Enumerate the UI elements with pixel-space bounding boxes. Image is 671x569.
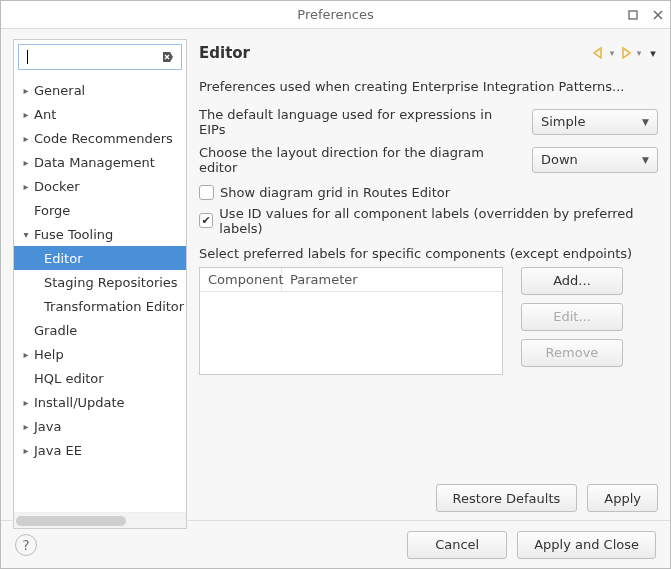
tree-item-label: Help	[34, 347, 64, 362]
tree-item-label: Gradle	[34, 323, 77, 338]
language-label: The default language used for expression…	[199, 107, 522, 137]
chevron-right-icon[interactable]: ▸	[18, 421, 34, 432]
close-icon[interactable]	[651, 9, 664, 22]
add-button[interactable]: Add...	[521, 267, 623, 295]
tree-item-gradle[interactable]: Gradle	[14, 318, 186, 342]
chevron-right-icon[interactable]: ▸	[18, 85, 34, 96]
language-combo[interactable]: Simple▼	[532, 109, 658, 135]
maximize-icon[interactable]	[626, 9, 639, 22]
filter-input[interactable]	[18, 44, 182, 70]
tree-item-label: Ant	[34, 107, 56, 122]
remove-button[interactable]: Remove	[521, 339, 623, 367]
column-component[interactable]: Component	[200, 268, 282, 291]
chevron-down-icon: ▼	[642, 155, 649, 165]
forward-icon[interactable]	[617, 45, 634, 62]
clear-icon[interactable]	[161, 50, 175, 64]
svg-rect-0	[629, 11, 637, 19]
tree-item-general[interactable]: ▸General	[14, 78, 186, 102]
preferred-labels-label: Select preferred labels for specific com…	[199, 246, 658, 261]
preferences-window: Preferences ▸General▸Ant▸Code Recomme	[0, 0, 671, 569]
layout-label: Choose the layout direction for the diag…	[199, 145, 522, 175]
preferred-labels-table[interactable]: Component Parameter	[199, 267, 503, 375]
sidebar: ▸General▸Ant▸Code Recommenders▸Data Mana…	[13, 39, 187, 529]
show-grid-label: Show diagram grid in Routes Editor	[220, 185, 450, 200]
forward-menu-icon[interactable]: ▾	[634, 45, 644, 62]
chevron-right-icon[interactable]: ▸	[18, 397, 34, 408]
tree-item-label: Install/Update	[34, 395, 125, 410]
titlebar: Preferences	[1, 1, 670, 29]
column-parameter[interactable]: Parameter	[282, 268, 502, 291]
edit-button[interactable]: Edit...	[521, 303, 623, 331]
page-description: Preferences used when creating Enterpris…	[199, 77, 658, 97]
chevron-right-icon[interactable]: ▸	[18, 181, 34, 192]
tree-item-label: Transformation Editor	[34, 299, 184, 314]
back-icon[interactable]	[590, 45, 607, 62]
cancel-button[interactable]: Cancel	[407, 531, 507, 559]
tree-item-java-ee[interactable]: ▸Java EE	[14, 438, 186, 462]
help-icon[interactable]: ?	[15, 534, 37, 556]
tree-item-label: Forge	[34, 203, 70, 218]
tree-item-label: Java EE	[34, 443, 82, 458]
page-title: Editor	[199, 44, 250, 62]
view-menu-icon[interactable]: ▾	[648, 45, 658, 62]
tree-item-install-update[interactable]: ▸Install/Update	[14, 390, 186, 414]
tree-item-label: Staging Repositories	[34, 275, 178, 290]
tree-item-editor[interactable]: Editor	[14, 246, 186, 270]
chevron-right-icon[interactable]: ▸	[18, 445, 34, 456]
use-id-checkbox[interactable]: ✔	[199, 213, 213, 228]
tree-item-docker[interactable]: ▸Docker	[14, 174, 186, 198]
chevron-right-icon[interactable]: ▸	[18, 133, 34, 144]
tree-item-transformation-editor[interactable]: Transformation Editor	[14, 294, 186, 318]
window-title: Preferences	[297, 7, 373, 22]
show-grid-checkbox[interactable]	[199, 185, 214, 200]
tree-item-hql-editor[interactable]: HQL editor	[14, 366, 186, 390]
apply-button[interactable]: Apply	[587, 484, 658, 512]
tree-item-java[interactable]: ▸Java	[14, 414, 186, 438]
tree-item-forge[interactable]: Forge	[14, 198, 186, 222]
preferences-tree[interactable]: ▸General▸Ant▸Code Recommenders▸Data Mana…	[14, 74, 186, 512]
tree-item-help[interactable]: ▸Help	[14, 342, 186, 366]
tree-item-ant[interactable]: ▸Ant	[14, 102, 186, 126]
chevron-right-icon[interactable]: ▸	[18, 157, 34, 168]
tree-item-staging-repositories[interactable]: Staging Repositories	[14, 270, 186, 294]
chevron-right-icon[interactable]: ▸	[18, 109, 34, 120]
tree-item-label: Code Recommenders	[34, 131, 173, 146]
tree-item-label: General	[34, 83, 85, 98]
chevron-down-icon: ▼	[642, 117, 649, 127]
tree-item-label: Docker	[34, 179, 80, 194]
horizontal-scrollbar[interactable]	[14, 512, 186, 528]
tree-item-code-recommenders[interactable]: ▸Code Recommenders	[14, 126, 186, 150]
back-menu-icon[interactable]: ▾	[607, 45, 617, 62]
chevron-right-icon[interactable]: ▸	[18, 349, 34, 360]
apply-and-close-button[interactable]: Apply and Close	[517, 531, 656, 559]
tree-item-label: HQL editor	[34, 371, 104, 386]
editor-page: Editor ▾ ▾ ▾ Preferences used when creat…	[199, 39, 658, 520]
tree-item-label: Fuse Tooling	[34, 227, 113, 242]
tree-item-fuse-tooling[interactable]: ▾Fuse Tooling	[14, 222, 186, 246]
tree-item-label: Java	[34, 419, 61, 434]
chevron-down-icon[interactable]: ▾	[18, 229, 34, 240]
tree-item-label: Editor	[34, 251, 82, 266]
tree-item-label: Data Management	[34, 155, 155, 170]
restore-defaults-button[interactable]: Restore Defaults	[436, 484, 578, 512]
tree-item-data-management[interactable]: ▸Data Management	[14, 150, 186, 174]
use-id-label: Use ID values for all component labels (…	[219, 206, 658, 236]
layout-combo[interactable]: Down▼	[532, 147, 658, 173]
